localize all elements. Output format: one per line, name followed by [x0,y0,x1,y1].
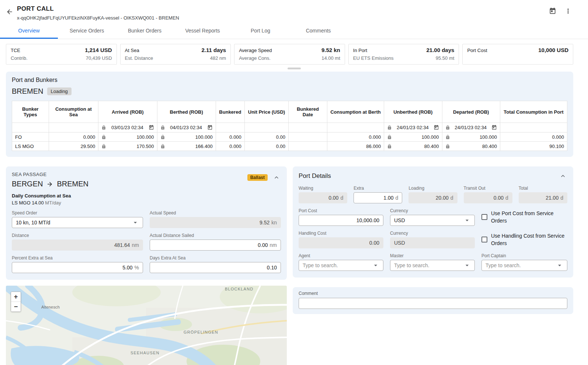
lock-icon[interactable] [101,144,106,149]
lock-icon[interactable] [445,125,450,130]
use-handling-cost-checkbox[interactable] [481,237,487,242]
percent-extra-unit: % [135,265,139,271]
tab-vessel-reports[interactable]: Vessel Reports [174,23,232,39]
berthed-date-cell: 04/01/23 02:34 [157,123,216,132]
daily-consumption-label: Daily Consumption at Sea [12,193,281,199]
actual-distance-sailed-input[interactable]: 0.00 nm [150,240,281,251]
extra-label: Extra [354,186,402,191]
calendar-icon[interactable] [491,125,497,130]
total-consumption-in-port: 0.000 [500,132,567,142]
lock-icon[interactable] [387,144,392,149]
berthed-date[interactable]: 04/01/23 02:34 [170,125,202,130]
percent-extra-at-sea-label: Percent Extra at Sea [12,255,143,261]
zoom-out-button[interactable]: − [11,302,21,311]
port-captain-select[interactable]: Type to search. [481,260,567,271]
drag-handle[interactable] [288,68,301,69]
use-handling-cost-row: Use Handling Cost from Service Orders [481,232,567,247]
actual-speed-label: Actual Speed [150,210,281,216]
lock-icon[interactable] [387,135,392,140]
lock-icon[interactable] [101,125,106,130]
calendar-icon[interactable] [207,125,213,130]
stat-value: 2.11 days [201,46,226,54]
actual-speed-unit: kn [271,220,277,225]
extra-input[interactable]: 1.00d [354,192,402,203]
departed-rob-cell: 80.400 [442,142,500,151]
back-button[interactable] [4,7,15,17]
waiting-input: 0.00d [299,192,347,203]
zoom-in-button[interactable]: + [11,292,21,302]
agent-select[interactable]: Type to search. [299,260,383,271]
days-extra-at-sea-input[interactable]: 0.10 [150,262,281,273]
lock-icon[interactable] [160,135,165,140]
col-header: Total Consumption in Port [500,101,567,123]
collapse-port-details-button[interactable] [559,172,567,180]
chevron-up-icon [559,172,567,180]
handling-cost-field: Handling Cost 0.00 [299,231,383,248]
speed-order-select[interactable]: 10 kn, 10 MT/d [12,217,143,228]
port-cost-label: Port Cost [299,208,383,213]
kebab-menu-button[interactable] [563,6,573,16]
tab-bar: Overview Service Orders Bunker Orders Ve… [0,23,588,39]
consumption-at-sea: 29.500 [49,142,98,151]
calendar-icon[interactable] [434,125,439,130]
unit-price: 0.00 [244,132,288,142]
tab-service-orders[interactable]: Service Orders [58,23,116,39]
lock-icon[interactable] [387,125,392,130]
total-label: Total [519,186,567,191]
extra-field: Extra 1.00d [354,186,402,203]
transit-out-input: 0.00d [464,192,512,203]
stat-card-at-sea: At Sea2.11 days Est. Distance482 nm [120,44,231,65]
tab-bunker-orders[interactable]: Bunker Orders [116,23,174,39]
bunker-type: LS MGO [12,142,49,151]
lock-icon[interactable] [445,144,450,149]
tab-overview[interactable]: Overview [0,23,58,39]
distance-label: Distance [12,233,143,238]
chevron-up-icon [273,174,280,181]
stat-sub-value: 95.50 mt [436,54,455,62]
port-cost-currency-select[interactable]: USD [390,215,475,226]
col-header: Unit Price (USD) [244,101,288,123]
unberthed-date[interactable]: 24/01/23 02:34 [397,125,429,130]
stat-label: In Port [353,47,367,54]
unit-price: 0.00 [244,142,288,151]
stat-label: Average Speed [239,47,272,54]
loading-input: 20.00d [408,192,457,203]
col-header: Departed (ROB) [442,101,500,123]
transit-out-field: Transit Out 0.00d [464,186,512,203]
route-destination: BREMEN [57,180,88,188]
lock-icon[interactable] [160,144,165,149]
bunkered-date [289,132,327,142]
calendar-icon[interactable] [149,125,154,130]
port-line: BREMEN Loading [12,87,567,96]
tab-comments[interactable]: Comments [289,23,347,39]
comment-input[interactable] [299,298,567,309]
col-header: Consumption at Sea [49,101,98,123]
days-extra-at-sea-field: Days Extra At Sea 0.10 [150,255,281,273]
consumption-at-sea: 0.000 [49,132,98,142]
lock-icon[interactable] [101,135,106,140]
arrived-date[interactable]: 03/01/23 02:34 [111,125,143,130]
departed-date[interactable]: 24/01/23 02:34 [455,125,487,130]
loading-field: Loading 20.00d [408,186,457,203]
percent-extra-at-sea-input[interactable]: 5.00 % [12,262,143,273]
port-cost-field: Port Cost 10,000.00 [299,208,383,226]
master-select[interactable]: Type to search. [390,260,475,271]
map[interactable]: BLOCKLAND Altenesch GRÖPELINGEN SEEHAUSE… [6,286,287,365]
stat-sub-value: 70,439 USD [86,54,112,62]
calendar-button[interactable] [547,6,558,16]
agent-label: Agent [299,253,383,258]
actual-speed-input: 9.52 kn [150,217,281,228]
currency-label: Currency [390,231,475,236]
lock-icon[interactable] [445,135,450,140]
distance-input: 481.64 nm [12,240,143,251]
stat-sub-value: 482 nm [210,54,226,62]
lock-icon[interactable] [160,125,165,130]
bunkered: 0.000 [216,142,244,151]
loading-label: Loading [408,186,457,191]
collapse-sea-passage-button[interactable] [272,173,281,182]
days-extra-value: 0.10 [267,265,277,271]
comment-label: Comment [299,291,567,296]
use-port-cost-checkbox[interactable] [481,214,487,220]
tab-port-log[interactable]: Port Log [232,23,289,39]
port-cost-input[interactable]: 10,000.00 [299,215,383,226]
